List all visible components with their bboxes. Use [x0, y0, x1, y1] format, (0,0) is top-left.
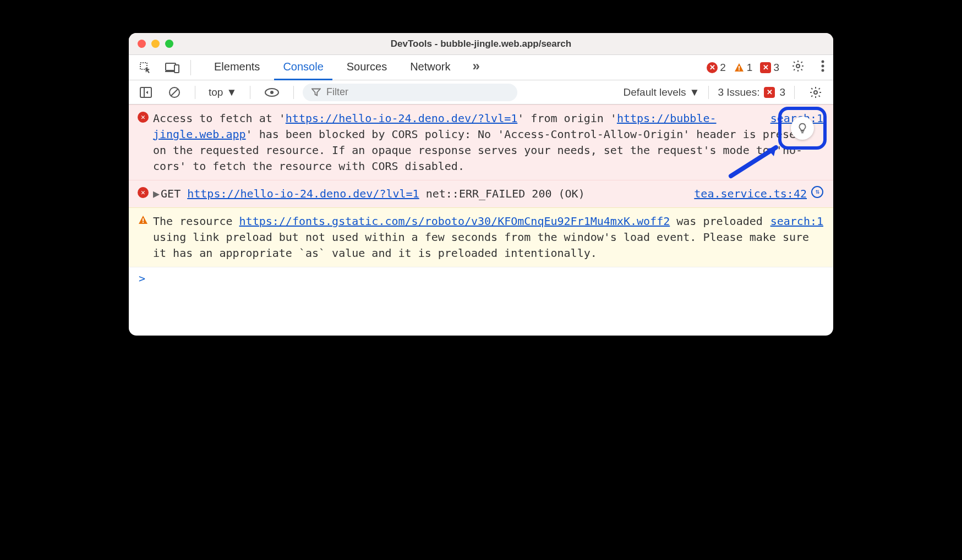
more-tabs-button[interactable]: »	[465, 55, 488, 80]
error-count: 2	[720, 62, 726, 74]
console-settings-icon[interactable]	[804, 83, 828, 102]
toggle-sidebar-icon[interactable]	[134, 84, 157, 101]
annotation-arrow	[728, 142, 788, 180]
expand-caret-icon[interactable]: ▶	[153, 186, 160, 202]
url-link[interactable]: https://hello-io-24.deno.dev/?lvl=1	[187, 187, 419, 200]
warning-count: 1	[747, 62, 753, 74]
issues-label: 3 Issues:	[718, 86, 759, 98]
warning-icon	[138, 215, 149, 226]
svg-point-9	[822, 69, 824, 72]
divider	[250, 86, 250, 99]
window-titlebar: DevTools - bubble-jingle.web.app/search	[129, 33, 833, 55]
svg-rect-3	[174, 65, 179, 73]
close-window-button[interactable]	[138, 40, 146, 48]
inspect-element-icon[interactable]	[133, 58, 157, 78]
svg-line-13	[171, 89, 178, 96]
url-link[interactable]: https://fonts.gstatic.com/s/roboto/v30/K…	[239, 215, 670, 228]
svg-rect-18	[143, 222, 144, 223]
message-text: ▶GET https://hello-io-24.deno.dev/?lvl=1…	[153, 187, 585, 200]
warning-icon	[734, 62, 745, 73]
divider	[794, 86, 795, 99]
divider	[708, 86, 709, 99]
svg-point-6	[796, 64, 800, 68]
devtools-window: DevTools - bubble-jingle.web.app/search …	[129, 33, 833, 336]
filter-icon	[311, 88, 321, 97]
error-counter[interactable]: ✕ 2	[707, 62, 726, 74]
console-messages: ✕search:1Access to fetch at 'https://hel…	[129, 105, 833, 336]
svg-point-8	[822, 64, 824, 67]
tab-sources[interactable]: Sources	[338, 55, 396, 80]
settings-icon[interactable]	[787, 56, 809, 79]
levels-label: Default levels	[624, 86, 686, 98]
ai-insight-highlight	[778, 107, 827, 150]
minimize-window-button[interactable]	[151, 40, 160, 48]
svg-point-15	[270, 91, 274, 94]
ai-insight-button[interactable]	[791, 117, 814, 140]
panel-tabs: Elements Console Sources Network »	[205, 55, 488, 80]
message-count: 3	[773, 62, 779, 74]
kebab-menu-icon[interactable]	[817, 57, 829, 79]
console-prompt[interactable]: >	[129, 267, 833, 289]
traffic-lights	[138, 40, 173, 48]
message-text: Access to fetch at 'https://hello-io-24.…	[153, 112, 809, 173]
message-source-link[interactable]: search:1	[770, 213, 823, 229]
issues-counter[interactable]: 3 Issues: ✕ 3	[718, 86, 785, 98]
divider	[190, 60, 191, 75]
warning-counter[interactable]: 1	[734, 62, 753, 74]
toolbar-counters: ✕ 2 1 ✕ 3	[707, 56, 829, 79]
device-toolbar-icon[interactable]	[160, 58, 185, 77]
tab-console[interactable]: Console	[274, 55, 332, 80]
svg-point-7	[822, 60, 824, 63]
issue-error-icon: ✕	[764, 87, 775, 98]
error-icon: ✕	[707, 62, 718, 73]
console-message-error: ✕⇅tea.service.ts:42▶GET https://hello-io…	[129, 180, 833, 207]
initiator-icon[interactable]: ⇅	[811, 186, 823, 198]
chevron-down-icon: ▼	[226, 86, 237, 98]
message-icon: ✕	[760, 62, 771, 73]
live-expression-icon[interactable]	[259, 84, 285, 101]
console-message-warn: search:1The resource https://fonts.gstat…	[129, 207, 833, 267]
message-counter[interactable]: ✕ 3	[760, 62, 779, 74]
svg-point-16	[814, 91, 817, 94]
issues-count: 3	[779, 86, 785, 98]
execution-context-selector[interactable]: top ▼	[204, 85, 241, 100]
url-link[interactable]: https://hello-io-24.deno.dev/?lvl=1	[286, 112, 517, 125]
svg-rect-4	[739, 66, 740, 69]
error-icon: ✕	[138, 112, 149, 123]
log-levels-selector[interactable]: Default levels ▼	[624, 86, 700, 98]
filter-input[interactable]	[326, 86, 509, 98]
svg-rect-17	[143, 218, 144, 221]
tab-network[interactable]: Network	[401, 55, 459, 80]
clear-console-icon[interactable]	[163, 83, 186, 102]
tab-elements[interactable]: Elements	[205, 55, 269, 80]
filter-field[interactable]	[303, 84, 517, 101]
devtools-tabbar: Elements Console Sources Network » ✕ 2 1…	[129, 55, 833, 80]
zoom-window-button[interactable]	[165, 40, 173, 48]
message-source-link[interactable]: tea.service.ts:42	[694, 186, 807, 202]
svg-rect-5	[739, 69, 740, 70]
divider	[195, 86, 195, 99]
divider	[293, 86, 294, 99]
chevron-down-icon: ▼	[690, 86, 700, 98]
message-text: The resource https://fonts.gstatic.com/s…	[153, 215, 809, 260]
window-title: DevTools - bubble-jingle.web.app/search	[129, 39, 833, 50]
error-icon: ✕	[138, 187, 149, 198]
context-label: top	[209, 86, 223, 98]
console-toolbar: top ▼ Default levels ▼ 3 Issues: ✕ 3	[129, 80, 833, 105]
